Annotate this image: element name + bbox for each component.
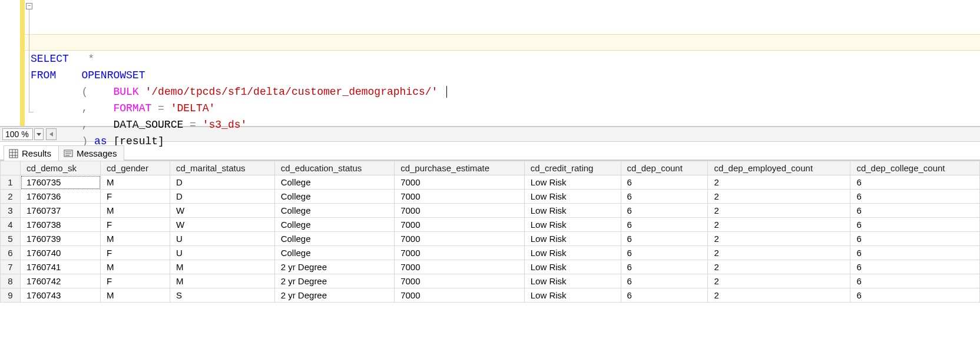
cell[interactable]: Low Risk: [524, 190, 621, 204]
cell[interactable]: 1760740: [21, 246, 101, 260]
cell[interactable]: W: [170, 204, 274, 218]
row-number[interactable]: 2: [1, 190, 21, 204]
cell[interactable]: 7000: [395, 218, 525, 232]
cell[interactable]: M: [101, 260, 170, 274]
cell[interactable]: 2: [708, 218, 850, 232]
cell[interactable]: D: [170, 190, 274, 204]
cell[interactable]: 6: [621, 190, 708, 204]
cell[interactable]: College: [274, 246, 394, 260]
cell[interactable]: 6: [621, 218, 708, 232]
cell[interactable]: F: [101, 190, 170, 204]
cell[interactable]: 7000: [395, 204, 525, 218]
cell[interactable]: 6: [621, 204, 708, 218]
cell[interactable]: 6: [850, 190, 980, 204]
cell[interactable]: 6: [621, 175, 708, 190]
code-line[interactable]: GO: [31, 150, 980, 166]
cell[interactable]: M: [101, 232, 170, 246]
cell[interactable]: 6: [850, 175, 980, 190]
code-line[interactable]: , FORMAT = 'DELTA': [31, 100, 980, 117]
code-line[interactable]: ) as [result]: [31, 133, 980, 150]
cell[interactable]: M: [101, 204, 170, 218]
cell[interactable]: College: [274, 204, 394, 218]
cell[interactable]: Low Risk: [524, 246, 621, 260]
cell[interactable]: 6: [850, 232, 980, 246]
cell[interactable]: College: [274, 190, 394, 204]
table-row[interactable]: 81760742FM2 yr Degree7000Low Risk626: [1, 274, 980, 288]
cell[interactable]: 6: [850, 246, 980, 260]
cell[interactable]: M: [101, 288, 170, 303]
cell[interactable]: 6: [850, 260, 980, 274]
cell[interactable]: M: [170, 260, 274, 274]
cell[interactable]: U: [170, 246, 274, 260]
cell[interactable]: 1760736: [21, 190, 101, 204]
cell[interactable]: 7000: [395, 274, 525, 288]
zoom-value[interactable]: 100 %: [2, 128, 33, 140]
row-number[interactable]: 5: [1, 232, 21, 246]
cell[interactable]: 7000: [395, 260, 525, 274]
row-number[interactable]: 3: [1, 204, 21, 218]
cell[interactable]: 7000: [395, 246, 525, 260]
tab-messages[interactable]: Messages: [58, 145, 124, 161]
table-row[interactable]: 21760736FDCollege7000Low Risk626: [1, 190, 980, 204]
table-row[interactable]: 61760740FUCollege7000Low Risk626: [1, 246, 980, 260]
cell[interactable]: 6: [850, 288, 980, 303]
table-row[interactable]: 51760739MUCollege7000Low Risk626: [1, 232, 980, 246]
code-line[interactable]: FROM OPENROWSET: [31, 67, 980, 84]
table-row[interactable]: 41760738FWCollege7000Low Risk626: [1, 218, 980, 232]
cell[interactable]: 2: [708, 274, 850, 288]
tab-results[interactable]: Results: [4, 145, 59, 161]
cell[interactable]: W: [170, 218, 274, 232]
cell[interactable]: 7000: [395, 232, 525, 246]
cell[interactable]: 1760735: [21, 175, 101, 190]
code-line[interactable]: SELECT *: [31, 51, 980, 67]
cell[interactable]: Low Risk: [524, 274, 621, 288]
row-number[interactable]: 9: [1, 288, 21, 303]
cell[interactable]: 7000: [395, 175, 525, 190]
cell[interactable]: 7000: [395, 288, 525, 303]
cell[interactable]: 6: [621, 260, 708, 274]
cell[interactable]: S: [170, 288, 274, 303]
row-number[interactable]: 8: [1, 274, 21, 288]
cell[interactable]: 6: [621, 232, 708, 246]
code-area[interactable]: SELECT *FROM OPENROWSET ( BULK '/demo/tp…: [20, 0, 980, 126]
cell[interactable]: 2: [708, 246, 850, 260]
cell[interactable]: 1760743: [21, 288, 101, 303]
cell[interactable]: College: [274, 218, 394, 232]
cell[interactable]: 6: [850, 204, 980, 218]
cell[interactable]: 2: [708, 190, 850, 204]
row-number-header[interactable]: [1, 161, 21, 175]
cell[interactable]: F: [101, 246, 170, 260]
cell[interactable]: 1760741: [21, 260, 101, 274]
row-number[interactable]: 4: [1, 218, 21, 232]
results-grid[interactable]: cd_demo_skcd_gendercd_marital_statuscd_e…: [0, 161, 980, 303]
cell[interactable]: 2 yr Degree: [274, 260, 394, 274]
cell[interactable]: F: [101, 218, 170, 232]
cell[interactable]: College: [274, 232, 394, 246]
cell[interactable]: Low Risk: [524, 218, 621, 232]
cell[interactable]: 2: [708, 232, 850, 246]
cell[interactable]: U: [170, 232, 274, 246]
table-row[interactable]: 11760735MDCollege7000Low Risk626: [1, 175, 980, 190]
row-number[interactable]: 1: [1, 175, 21, 190]
cell[interactable]: 6: [850, 218, 980, 232]
cell[interactable]: F: [101, 274, 170, 288]
cell[interactable]: 2: [708, 204, 850, 218]
code-line[interactable]: ( BULK '/demo/tpcds/sf1/delta/customer_d…: [31, 84, 980, 100]
cell[interactable]: 6: [621, 288, 708, 303]
table-row[interactable]: 31760737MWCollege7000Low Risk626: [1, 204, 980, 218]
row-number[interactable]: 7: [1, 260, 21, 274]
cell[interactable]: 2 yr Degree: [274, 274, 394, 288]
table-row[interactable]: 71760741MM2 yr Degree7000Low Risk626: [1, 260, 980, 274]
cell[interactable]: M: [101, 175, 170, 190]
cell[interactable]: 2: [708, 288, 850, 303]
row-number[interactable]: 6: [1, 246, 21, 260]
cell[interactable]: 6: [621, 274, 708, 288]
code-line[interactable]: , DATA_SOURCE = 's3_ds': [31, 117, 980, 133]
cell[interactable]: 7000: [395, 190, 525, 204]
cell[interactable]: 1760742: [21, 274, 101, 288]
cell[interactable]: 6: [621, 246, 708, 260]
cell[interactable]: 2: [708, 260, 850, 274]
sql-editor[interactable]: − SELECT *FROM OPENROWSET ( BULK '/demo/…: [0, 0, 980, 127]
cell[interactable]: Low Risk: [524, 232, 621, 246]
cell[interactable]: Low Risk: [524, 260, 621, 274]
